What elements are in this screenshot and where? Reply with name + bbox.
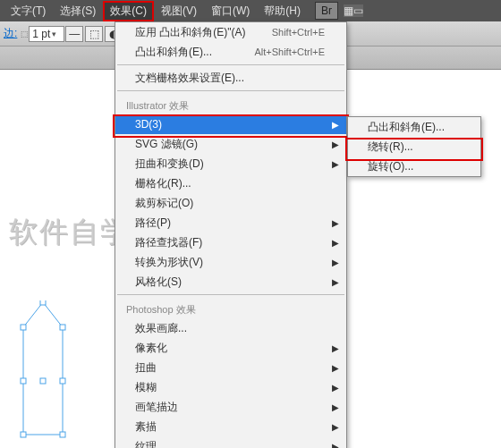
rotate-item[interactable]: 旋转(O)... [348, 156, 480, 176]
svg-filters-submenu[interactable]: SVG 滤镜(G)▶ [115, 134, 346, 154]
stylize-ai-submenu[interactable]: 风格化(S)▶ [115, 272, 346, 292]
crop-marks-item[interactable]: 裁剪标记(O) [115, 193, 346, 213]
divider [117, 90, 344, 91]
toolbar-btn-2[interactable]: ▭ [353, 4, 363, 17]
divider [117, 294, 344, 295]
menubar: 文字(T) 选择(S) 效果(C) 视图(V) 窗口(W) 帮助(H) Br ▦… [0, 0, 501, 21]
svg-rect-3 [60, 432, 65, 437]
menu-select[interactable]: 选择(S) [53, 1, 103, 21]
blur-submenu[interactable]: 模糊▶ [115, 377, 346, 397]
brush-strokes-submenu[interactable]: 画笔描边▶ [115, 397, 346, 417]
menu-help[interactable]: 帮助(H) [257, 1, 308, 21]
stroke-link-icon[interactable]: ⬚ [21, 30, 29, 38]
bridge-button[interactable]: Br [315, 2, 338, 20]
sketch-submenu[interactable]: 素描▶ [115, 417, 346, 436]
svg-rect-6 [21, 378, 26, 384]
last-effect[interactable]: 凸出和斜角(E)...Alt+Shift+Ctrl+E [115, 42, 346, 62]
menu-window[interactable]: 窗口(W) [204, 1, 257, 21]
divider [117, 64, 344, 65]
3d-submenu[interactable]: 3D(3)▶ [115, 114, 346, 134]
path-submenu[interactable]: 路径(P)▶ [115, 213, 346, 232]
menu-effect[interactable]: 效果(C) [103, 1, 154, 21]
apply-last-effect[interactable]: 应用 凸出和斜角(E)"(A)Shift+Ctrl+E [115, 22, 346, 42]
effect-gallery[interactable]: 效果画廊... [115, 318, 346, 338]
svg-rect-0 [21, 325, 26, 330]
svg-rect-5 [40, 378, 46, 384]
toolbar-btn-1[interactable]: ▦ [344, 4, 353, 17]
selected-shape[interactable] [16, 300, 70, 444]
revolve-item[interactable]: 绕转(R)... [348, 137, 480, 156]
stroke-width-btn[interactable]: ⬚ [85, 26, 103, 42]
svg-rect-7 [60, 378, 65, 384]
photoshop-effects-header: Photoshop 效果 [115, 298, 346, 318]
menu-view[interactable]: 视图(V) [154, 1, 204, 21]
effect-menu: 应用 凸出和斜角(E)"(A)Shift+Ctrl+E 凸出和斜角(E)...A… [115, 21, 347, 448]
pixelate-submenu[interactable]: 像素化▶ [115, 338, 346, 358]
stroke-field[interactable]: 1 pt▾ [29, 26, 64, 42]
distort-submenu[interactable]: 扭曲▶ [115, 358, 346, 377]
convert-shape-submenu[interactable]: 转换为形状(V)▶ [115, 252, 346, 272]
svg-rect-2 [60, 325, 65, 330]
distort-transform-submenu[interactable]: 扭曲和变换(D)▶ [115, 154, 346, 173]
3d-submenu-panel: 凸出和斜角(E)... 绕转(R)... 旋转(O)... [347, 116, 481, 177]
texture-submenu[interactable]: 纹理▶ [115, 436, 346, 448]
svg-rect-1 [40, 300, 46, 305]
illustrator-effects-header: Illustrator 效果 [115, 94, 346, 114]
stroke-uniform-btn[interactable]: — [65, 26, 83, 42]
extrude-bevel-item[interactable]: 凸出和斜角(E)... [348, 117, 480, 137]
rasterize-item[interactable]: 栅格化(R)... [115, 173, 346, 193]
pathfinder-submenu[interactable]: 路径查找器(F)▶ [115, 232, 346, 252]
svg-rect-4 [21, 432, 26, 437]
doc-raster-settings[interactable]: 文档栅格效果设置(E)... [115, 68, 346, 88]
menu-text[interactable]: 文字(T) [4, 1, 53, 21]
stroke-label: 边: [4, 26, 17, 41]
submenu-arrow-icon: ▶ [332, 120, 339, 130]
